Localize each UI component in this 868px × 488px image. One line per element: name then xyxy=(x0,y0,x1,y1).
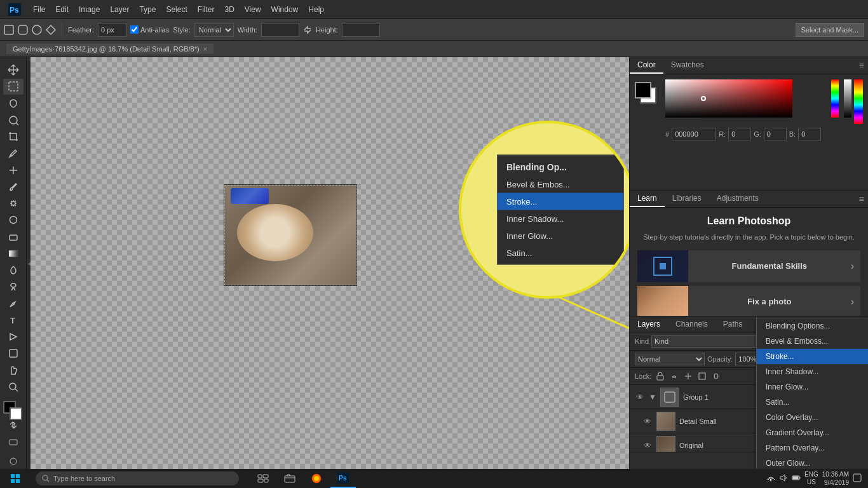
blend-mode-select[interactable]: Normal xyxy=(635,353,705,365)
ctx-satin[interactable]: Satin... xyxy=(757,395,868,410)
swap-icon[interactable] xyxy=(303,25,312,34)
taskbar-app-file-explorer[interactable] xyxy=(277,469,302,488)
learn-card-fundamental[interactable]: Fundamental Skills › xyxy=(637,250,860,282)
ctx-color-overlay[interactable]: Color Overlay... xyxy=(757,410,868,425)
b-input[interactable] xyxy=(798,128,821,140)
tool-icon-poly[interactable] xyxy=(46,25,56,35)
ctx-gradient-overlay[interactable]: Gradient Overlay... xyxy=(757,425,868,440)
spectrum-slider[interactable] xyxy=(854,79,863,124)
battery-icon[interactable] xyxy=(792,473,801,484)
menu-file[interactable]: File xyxy=(28,0,50,19)
type-tool[interactable]: T xyxy=(3,313,24,328)
ctx-stroke[interactable]: Stroke... xyxy=(757,349,868,364)
menu-type[interactable]: Type xyxy=(134,0,161,19)
tab-libraries[interactable]: Libraries xyxy=(665,191,709,207)
ctx-inner-glow[interactable]: Inner Glow... xyxy=(757,379,868,395)
color-gradient-picker[interactable] xyxy=(665,79,825,124)
dodge-tool[interactable] xyxy=(3,279,24,294)
sound-icon[interactable] xyxy=(779,473,788,484)
visibility-icon-detail-small[interactable]: 👁 xyxy=(642,416,653,426)
r-input[interactable] xyxy=(728,128,751,140)
select-mask-btn[interactable]: Select and Mask... xyxy=(796,23,865,37)
fg-bg-colors[interactable] xyxy=(3,401,24,416)
fg-swatch[interactable] xyxy=(635,82,651,98)
hand-tool[interactable] xyxy=(3,363,24,378)
ctx-pattern-overlay[interactable]: Pattern Overlay... xyxy=(757,440,868,456)
height-input[interactable] xyxy=(342,23,380,37)
tab-channels[interactable]: Channels xyxy=(668,316,715,332)
panel-menu-icon[interactable]: ≡ xyxy=(859,60,864,71)
alpha-slider[interactable] xyxy=(844,79,851,118)
learn-panel-menu[interactable]: ≡ xyxy=(859,194,864,204)
pen-tool[interactable] xyxy=(3,296,24,311)
clock[interactable]: 10:36 AM 9/4/2019 xyxy=(822,470,849,487)
notification-icon[interactable] xyxy=(853,473,862,484)
brush-tool[interactable] xyxy=(3,179,24,194)
menu-filter[interactable]: Filter xyxy=(193,0,220,19)
ctx-inner-shadow[interactable]: Inner Shadow... xyxy=(757,364,868,379)
panel-control[interactable] xyxy=(3,435,24,450)
clone-stamp-tool[interactable] xyxy=(3,196,24,211)
healing-tool[interactable] xyxy=(3,163,24,178)
filter-kind-select[interactable]: Kind xyxy=(651,335,766,348)
tab-layers[interactable]: Layers xyxy=(630,316,668,332)
network-icon[interactable] xyxy=(766,473,775,484)
start-button[interactable] xyxy=(0,469,31,488)
blend-item-stroke[interactable]: Stroke... xyxy=(498,193,623,210)
shape-tool[interactable] xyxy=(3,346,24,361)
eraser-tool[interactable] xyxy=(3,229,24,245)
expand-icon-group1[interactable]: ▼ xyxy=(649,393,656,401)
menu-select[interactable]: Select xyxy=(161,0,192,19)
menu-help[interactable]: Help xyxy=(303,0,329,19)
eyedropper-tool[interactable] xyxy=(3,146,24,161)
document-tab[interactable]: GettyImages-76185342.jpg @ 16.7% (Detail… xyxy=(6,44,214,54)
lock-image-icon[interactable] xyxy=(669,371,679,381)
antialias-checkbox[interactable]: Anti-alias xyxy=(130,25,169,34)
gradient-tool[interactable] xyxy=(3,246,24,261)
menu-image[interactable]: Image xyxy=(74,0,105,19)
language-display[interactable]: ENG US xyxy=(804,471,818,486)
menu-view[interactable]: View xyxy=(240,0,266,19)
ctx-bevel-emboss[interactable]: Bevel & Emboss... xyxy=(757,334,868,349)
lock-pos-icon[interactable] xyxy=(683,371,693,381)
blend-item-inner-glow[interactable]: Inner Glow... xyxy=(498,227,623,245)
hue-slider[interactable] xyxy=(831,79,839,118)
taskbar-search[interactable]: Type here to search xyxy=(36,471,239,485)
tab-color[interactable]: Color xyxy=(630,57,663,74)
panel-collapse[interactable]: ◂ xyxy=(27,57,31,469)
lock-all-icon[interactable] xyxy=(711,371,721,381)
tool-icon-rounded[interactable] xyxy=(18,25,28,35)
tab-paths[interactable]: Paths xyxy=(715,316,750,332)
panel-control-2[interactable] xyxy=(3,454,24,469)
zoom-tool[interactable] xyxy=(3,379,24,395)
color-picker-dot[interactable] xyxy=(701,96,706,101)
feather-input[interactable] xyxy=(98,23,126,37)
lock-artboard-icon[interactable] xyxy=(697,371,707,381)
taskbar-app-browser[interactable] xyxy=(304,469,329,488)
blend-item-inner-shadow[interactable]: Inner Shadow... xyxy=(498,210,623,227)
width-input[interactable] xyxy=(261,23,299,37)
marquee-tool[interactable] xyxy=(3,79,24,94)
quick-select-tool[interactable] xyxy=(3,112,24,128)
close-tab-icon[interactable]: × xyxy=(203,45,207,53)
g-input[interactable] xyxy=(764,128,787,140)
history-brush-tool[interactable] xyxy=(3,212,24,227)
taskbar-app-taskview[interactable] xyxy=(250,469,276,488)
tool-icon-rect[interactable] xyxy=(4,25,14,35)
menu-edit[interactable]: Edit xyxy=(50,0,74,19)
lock-transparent-icon[interactable] xyxy=(655,371,665,381)
style-select[interactable]: Normal xyxy=(194,23,234,37)
blend-item-bevel[interactable]: Bevel & Embos... xyxy=(498,176,623,193)
visibility-icon-group1[interactable]: 👁 xyxy=(635,392,645,402)
move-tool[interactable] xyxy=(3,62,24,78)
hex-input[interactable] xyxy=(672,128,716,140)
taskbar-app-ps[interactable]: Ps xyxy=(330,469,356,488)
menu-layer[interactable]: Layer xyxy=(105,0,134,19)
learn-card-fixphoto[interactable]: Fix a photo › xyxy=(637,286,860,317)
tab-swatches[interactable]: Swatches xyxy=(663,57,712,74)
ctx-blending-options[interactable]: Blending Options... xyxy=(757,318,868,334)
blur-tool[interactable] xyxy=(3,262,24,278)
path-select-tool[interactable] xyxy=(3,329,24,344)
blend-item-satin[interactable]: Satin... xyxy=(498,245,623,262)
menu-3d[interactable]: 3D xyxy=(219,0,239,19)
